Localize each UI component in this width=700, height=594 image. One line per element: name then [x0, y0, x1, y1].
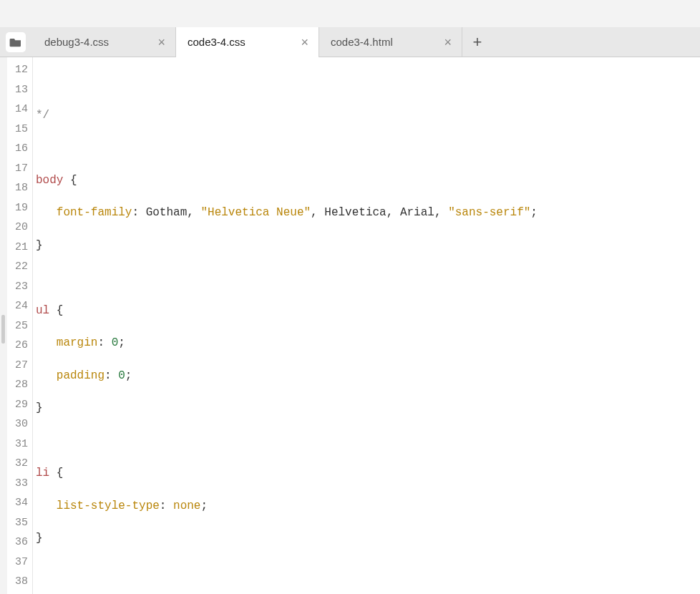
code-text: body: [36, 174, 63, 187]
line-number: 17: [7, 159, 32, 179]
code-text: font-family: [57, 206, 132, 219]
line-number: 12: [7, 60, 32, 80]
line-number: 30: [7, 414, 32, 434]
line-number: 14: [7, 99, 32, 120]
line-number: 18: [7, 178, 32, 198]
code-text: }: [36, 401, 43, 414]
line-number: 34: [7, 493, 32, 513]
code-text: 0: [112, 336, 119, 349]
left-gutter: [0, 57, 7, 594]
code-text: li: [36, 467, 49, 479]
code-text: none: [173, 500, 200, 512]
new-tab-button[interactable]: +: [462, 33, 492, 52]
line-number: 36: [7, 532, 32, 552]
line-number: 20: [7, 218, 32, 238]
line-number: 29: [7, 395, 32, 415]
line-number-gutter: 1213141516171819202122232425262728293031…: [7, 57, 33, 594]
code-text: ,: [187, 206, 200, 219]
code-text: ;: [125, 369, 132, 382]
close-icon[interactable]: ×: [299, 36, 310, 49]
code-text: :: [132, 206, 145, 219]
line-number: 35: [7, 513, 32, 533]
line-number: 27: [7, 356, 32, 376]
code-text: ul: [36, 304, 49, 317]
code-text: ,: [387, 206, 400, 219]
code-area[interactable]: */ body { font-family: Gotham, "Helvetic…: [33, 57, 700, 594]
line-number: 32: [7, 454, 32, 474]
tab-label: debug3-4.css: [44, 36, 149, 48]
line-number: 33: [7, 474, 32, 494]
editor: 1213141516171819202122232425262728293031…: [0, 57, 700, 594]
line-number: 25: [7, 316, 32, 336]
line-number: 26: [7, 336, 32, 356]
code-text: :: [97, 336, 111, 349]
code-text: :: [104, 369, 118, 382]
code-text: ;: [530, 206, 538, 219]
code-text: "Helvetica Neue": [200, 206, 311, 219]
tab-code3-4-html[interactable]: code3-4.html ×: [319, 27, 462, 57]
tab-debug3-4-css[interactable]: debug3-4.css ×: [33, 27, 176, 57]
line-number: 16: [7, 139, 32, 159]
code-text: ,: [311, 206, 324, 219]
code-text: Gotham: [146, 206, 188, 219]
line-number: 15: [7, 120, 32, 140]
code-text: Helvetica: [324, 206, 386, 219]
tab-bar: debug3-4.css × code3-4.css × code3-4.htm…: [0, 27, 700, 57]
sidebar-drag-handle[interactable]: [1, 315, 5, 344]
close-icon[interactable]: ×: [442, 36, 453, 49]
line-number: 38: [7, 572, 32, 592]
line-number: 37: [7, 552, 32, 573]
tab-code3-4-css[interactable]: code3-4.css ×: [176, 27, 319, 57]
code-text: :: [160, 500, 173, 512]
line-number: 21: [7, 238, 32, 258]
tab-label: code3-4.css: [188, 36, 292, 48]
line-number: 19: [7, 198, 32, 218]
code-text: {: [49, 304, 63, 317]
line-number: 23: [7, 277, 32, 297]
code-text: ,: [434, 206, 448, 219]
line-number: 31: [7, 434, 32, 454]
line-number: 28: [7, 375, 32, 395]
code-text: 0: [118, 369, 125, 382]
line-number: 24: [7, 296, 32, 316]
code-text: */: [36, 109, 49, 122]
code-text: "sans-serif": [448, 206, 530, 219]
code-text: {: [63, 174, 77, 187]
code-text: padding: [57, 369, 104, 382]
code-text: margin: [57, 336, 98, 349]
code-text: Arial: [400, 206, 434, 219]
code-text: }: [36, 532, 43, 545]
code-text: {: [49, 467, 63, 479]
code-text: ;: [118, 336, 125, 349]
window-chrome-top: [0, 0, 700, 27]
code-text: }: [36, 239, 43, 252]
line-number: 22: [7, 257, 32, 277]
code-text: ;: [200, 500, 208, 512]
close-icon[interactable]: ×: [156, 36, 167, 49]
code-text: list-style-type: [57, 500, 160, 512]
line-number: 13: [7, 80, 32, 100]
folder-icon: [9, 37, 22, 47]
tab-label: code3-4.html: [331, 36, 435, 48]
folder-button[interactable]: [6, 32, 26, 52]
